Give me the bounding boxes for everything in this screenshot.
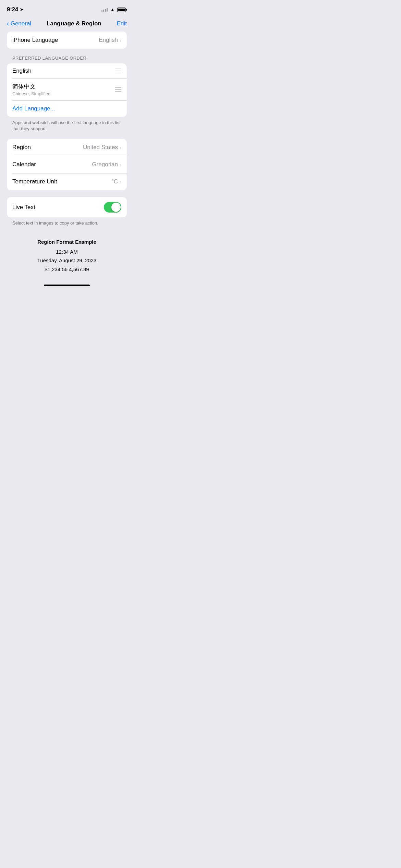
region-settings-section: Region United States › Calendar Gregoria… — [7, 139, 127, 190]
signal-bars-icon — [101, 8, 108, 12]
language-info-english: English — [12, 68, 32, 74]
region-label: Region — [12, 144, 31, 151]
language-row-english[interactable]: English — [7, 63, 127, 79]
home-bar — [44, 285, 90, 286]
toggle-knob — [111, 203, 121, 212]
wifi-icon: ▲ — [110, 7, 115, 12]
language-order-card: English 简体中文 Chinese, Simplified Add Lan… — [7, 63, 127, 117]
live-text-footer: Select text in images to copy or take ac… — [7, 217, 127, 226]
live-text-section: Live Text Select text in images to copy … — [7, 197, 127, 226]
iphone-language-value: English › — [99, 37, 121, 44]
language-name-english: English — [12, 68, 32, 74]
status-time: 9:24 ➤ — [7, 6, 23, 13]
region-format-data: 12:34 AM Tuesday, August 29, 2023 $1,234… — [7, 248, 127, 274]
region-format-numbers: $1,234.56 4,567.89 — [7, 265, 127, 274]
region-value: United States › — [83, 144, 121, 151]
calendar-label: Calendar — [12, 161, 36, 168]
language-order-section: PREFERRED LANGUAGE ORDER English 简体中文 Ch… — [7, 56, 127, 132]
chevron-right-icon: › — [120, 162, 121, 168]
iphone-language-label: iPhone Language — [12, 37, 58, 44]
region-format-time: 12:34 AM — [7, 248, 127, 256]
iphone-language-section: iPhone Language English › — [7, 32, 127, 49]
page-title: Language & Region — [47, 20, 101, 27]
calendar-value: Gregorian › — [92, 161, 121, 168]
chevron-right-icon: › — [120, 37, 121, 43]
temperature-unit-row[interactable]: Temperature Unit °C › — [7, 173, 127, 190]
temperature-unit-label: Temperature Unit — [12, 178, 57, 185]
live-text-toggle[interactable] — [104, 202, 121, 213]
back-button[interactable]: ‹ General — [7, 20, 31, 27]
live-text-row: Live Text — [7, 197, 127, 217]
add-language-button[interactable]: Add Language... — [7, 100, 127, 117]
status-bar: 9:24 ➤ ▲ — [0, 0, 134, 17]
chevron-right-icon: › — [120, 179, 121, 185]
language-info-chinese: 简体中文 Chinese, Simplified — [12, 83, 50, 96]
region-settings-card: Region United States › Calendar Gregoria… — [7, 139, 127, 190]
iphone-language-card: iPhone Language English › — [7, 32, 127, 49]
region-format-date: Tuesday, August 29, 2023 — [7, 256, 127, 265]
region-row[interactable]: Region United States › — [7, 139, 127, 156]
language-name-chinese: 简体中文 — [12, 83, 50, 91]
language-row-chinese[interactable]: 简体中文 Chinese, Simplified — [7, 79, 127, 100]
status-icons: ▲ — [101, 7, 127, 12]
language-subname-chinese: Chinese, Simplified — [12, 91, 50, 96]
calendar-row[interactable]: Calendar Gregorian › — [7, 156, 127, 173]
chevron-left-icon: ‹ — [7, 20, 9, 27]
region-format-title: Region Format Example — [7, 239, 127, 245]
battery-icon — [117, 8, 127, 12]
region-format-example: Region Format Example 12:34 AM Tuesday, … — [7, 233, 127, 281]
temperature-unit-value: °C › — [111, 178, 121, 185]
live-text-card: Live Text — [7, 197, 127, 217]
drag-handle-english[interactable] — [115, 69, 121, 73]
chevron-right-icon: › — [120, 145, 121, 150]
language-order-footer: Apps and websites will use the first lan… — [7, 117, 127, 132]
iphone-language-row[interactable]: iPhone Language English › — [7, 32, 127, 49]
live-text-label: Live Text — [12, 204, 35, 211]
home-indicator — [0, 280, 134, 289]
edit-button[interactable]: Edit — [117, 20, 127, 27]
drag-handle-chinese[interactable] — [115, 87, 121, 92]
language-order-label: PREFERRED LANGUAGE ORDER — [7, 56, 127, 61]
back-label: General — [11, 20, 31, 27]
content: iPhone Language English › PREFERRED LANG… — [0, 32, 134, 280]
location-icon: ➤ — [20, 7, 23, 12]
nav-bar: ‹ General Language & Region Edit — [0, 17, 134, 32]
